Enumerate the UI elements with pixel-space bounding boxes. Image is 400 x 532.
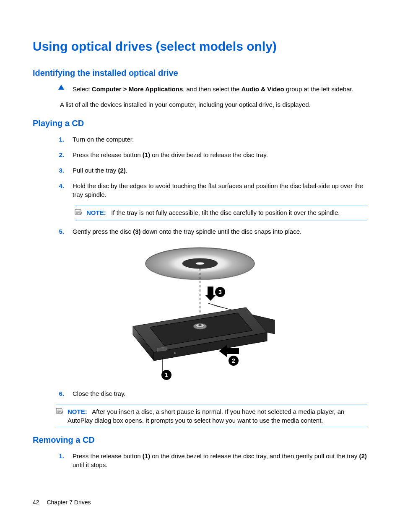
- svg-rect-21: [227, 348, 239, 354]
- section-heading-removing: Removing a CD: [33, 434, 367, 446]
- step-number: 6.: [56, 389, 64, 398]
- step-text: Turn on the computer.: [73, 135, 367, 144]
- callout-1: 1: [165, 372, 168, 378]
- note-label: NOTE:: [68, 408, 87, 415]
- cd-drive-illustration: 3 2: [33, 243, 367, 381]
- chapter-label: Chapter 7 Drives: [47, 499, 91, 506]
- step-number: 3.: [56, 166, 64, 175]
- svg-point-4: [196, 262, 204, 265]
- step-text: Press the release button (1) on the driv…: [73, 452, 367, 469]
- page-title: Using optical drives (select models only…: [33, 38, 367, 55]
- svg-point-20: [174, 352, 176, 354]
- callout-2: 2: [232, 357, 235, 364]
- step-text: Close the disc tray.: [73, 389, 367, 398]
- page-number: 42: [33, 499, 39, 506]
- step-number: 5.: [56, 227, 64, 236]
- note-block: NOTE: If the tray is not fully accessibl…: [75, 206, 367, 220]
- step-number: 4.: [56, 181, 64, 190]
- step-text: Gently press the disc (3) down onto the …: [73, 227, 367, 236]
- step-number: 2.: [56, 150, 64, 159]
- section-heading-playing: Playing a CD: [33, 117, 367, 129]
- step-text: Hold the disc by the edges to avoid touc…: [73, 181, 367, 199]
- svg-rect-7: [208, 287, 213, 295]
- section-heading-identifying: Identifying the installed optical drive: [33, 67, 367, 79]
- note-icon: [56, 407, 63, 417]
- identifying-step-text: Select Computer > More Applications, and…: [73, 85, 367, 93]
- callout-3: 3: [218, 289, 222, 295]
- step-number: 1.: [56, 452, 64, 460]
- step-text: Pull out the tray (2).: [73, 166, 367, 175]
- step-text: Press the release button (1) on the driv…: [73, 150, 367, 159]
- note-label: NOTE:: [86, 209, 106, 216]
- page-footer: 42 Chapter 7 Drives: [33, 498, 91, 507]
- svg-marker-0: [58, 85, 64, 90]
- svg-point-16: [198, 324, 202, 326]
- step-number: 1.: [56, 135, 64, 144]
- note-block: NOTE: After you insert a disc, a short p…: [56, 405, 367, 427]
- triangle-bullet-icon: [56, 85, 64, 90]
- identifying-result-text: A list of all the devices installed in y…: [60, 100, 367, 109]
- note-text: If the tray is not fully accessible, til…: [111, 209, 340, 216]
- note-text: After you insert a disc, a short pause i…: [68, 408, 344, 424]
- note-icon: [75, 208, 82, 218]
- svg-marker-8: [205, 295, 216, 301]
